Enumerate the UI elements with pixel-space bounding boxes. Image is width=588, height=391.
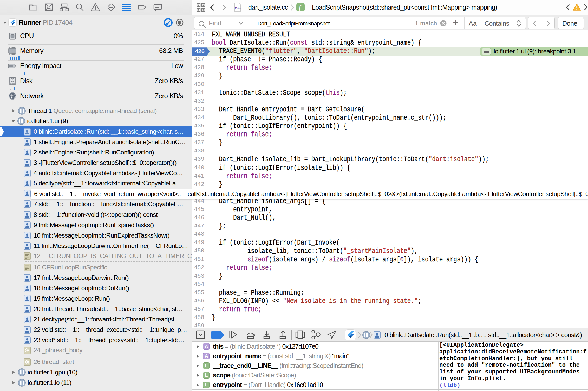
svg-text:C++: C++ [235,6,241,10]
